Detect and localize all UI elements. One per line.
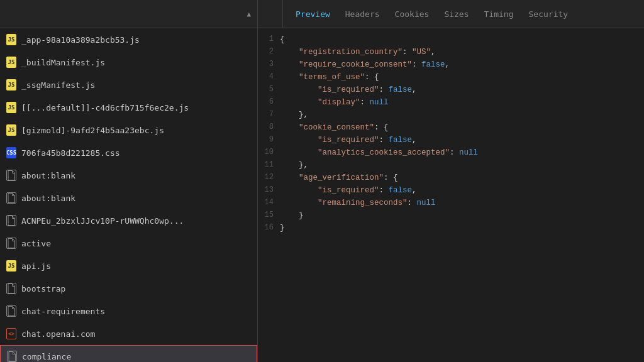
line-number: 10 [263, 146, 274, 159]
file-name-label: compliance [22, 352, 71, 361]
json-line: "is_required": false, [280, 84, 638, 96]
json-line: "is_required": false, [280, 134, 638, 146]
preview-panel: 12345678910111213141516 { "registration_… [258, 28, 644, 362]
list-item[interactable]: active [0, 232, 257, 255]
list-item[interactable]: compliance [0, 345, 257, 362]
line-number: 4 [263, 71, 274, 84]
list-item[interactable]: ACNPEu_2bzxlJJcv10P-rUWWQhc0wp... [0, 209, 257, 232]
line-number: 11 [263, 159, 274, 172]
file-type-icon: JS [6, 102, 16, 113]
tabs-area: Preview Headers Cookies Sizes Timing Sec… [283, 0, 580, 28]
json-line: "display": null [280, 96, 638, 109]
file-type-icon [6, 238, 16, 249]
file-name-label: about:blank [21, 171, 75, 180]
list-item[interactable]: about:blank [0, 164, 257, 187]
file-type-icon [6, 170, 16, 181]
json-line: "remaining_seconds": null [280, 197, 638, 209]
sort-icon: ▲ [247, 10, 251, 18]
json-line: "cookie_consent": { [280, 121, 638, 134]
file-name-label: api.js [21, 261, 51, 271]
file-name-label: chat-requirements [21, 307, 105, 316]
list-item[interactable]: JS_buildManifest.js [0, 51, 257, 74]
json-line: "registration_country": "US", [280, 46, 638, 58]
file-type-icon: JS [6, 34, 16, 45]
name-column-header: ▲ [0, 0, 258, 28]
line-number: 7 [263, 109, 274, 121]
list-item[interactable]: JS[[...default]]-c4d6cfb715f6ec2e.js [0, 96, 257, 119]
tab-cookies[interactable]: Cookies [389, 7, 436, 21]
list-item[interactable]: about:blank [0, 187, 257, 209]
json-line: "age_verification": { [280, 172, 638, 184]
file-name-label: _app-98a10a389a2bcb53.js [21, 35, 140, 45]
file-type-icon [6, 305, 16, 317]
line-number: 9 [263, 134, 274, 146]
file-name-label: active [21, 239, 51, 248]
file-type-icon: JS [6, 57, 16, 68]
file-type-icon [7, 351, 17, 362]
line-number: 2 [263, 46, 274, 58]
list-item[interactable]: JSapi.js [0, 255, 257, 277]
file-name-label: _buildManifest.js [21, 58, 105, 67]
list-item[interactable]: JS_app-98a10a389a2bcb53.js [0, 28, 257, 51]
tab-sizes[interactable]: Sizes [438, 7, 475, 21]
file-name-label: _ssgManifest.js [21, 80, 95, 90]
file-name-label: ACNPEu_2bzxlJJcv10P-rUWWQhc0wp... [21, 216, 184, 226]
tab-security[interactable]: Security [523, 7, 575, 21]
file-name-label: [[...default]]-c4d6cfb715f6ec2e.js [21, 103, 189, 112]
line-number: 6 [263, 96, 274, 109]
tab-preview[interactable]: Preview [289, 7, 336, 21]
tab-timing[interactable]: Timing [478, 7, 520, 21]
json-line: { [280, 33, 638, 46]
file-type-icon: JS [6, 124, 16, 136]
main-content: JS_app-98a10a389a2bcb53.jsJS_buildManife… [0, 28, 644, 362]
line-number: 3 [263, 58, 274, 71]
file-name-label: chat.openai.com [21, 329, 95, 339]
close-button[interactable] [258, 0, 283, 28]
file-type-icon: CSS [6, 147, 16, 158]
file-list: JS_app-98a10a389a2bcb53.jsJS_buildManife… [0, 28, 258, 362]
header-bar: ▲ Preview Headers Cookies Sizes Timing S… [0, 0, 644, 28]
file-type-icon [6, 215, 16, 226]
line-number: 14 [263, 197, 274, 209]
json-line: } [280, 209, 638, 222]
file-type-icon [6, 283, 16, 294]
file-type-icon: JS [6, 260, 16, 272]
line-number: 16 [263, 222, 274, 234]
line-number: 1 [263, 33, 274, 46]
file-name-label: [gizmold]-9afd2f4b5aa23ebc.js [21, 126, 164, 135]
file-name-label: about:blank [21, 194, 75, 203]
list-item[interactable]: chat-requirements [0, 300, 257, 322]
list-item[interactable]: JS_ssgManifest.js [0, 74, 257, 96]
json-content: { "registration_country": "US", "require… [280, 28, 644, 362]
list-item[interactable]: bootstrap [0, 277, 257, 300]
file-type-icon [6, 192, 16, 204]
file-type-icon: JS [6, 79, 16, 90]
json-line: }, [280, 159, 638, 172]
file-name-label: 706fa45b8d221285.css [21, 148, 120, 158]
line-number: 12 [263, 172, 274, 184]
list-item[interactable]: CSS706fa45b8d221285.css [0, 141, 257, 164]
line-number: 5 [263, 84, 274, 96]
json-line: "require_cookie_consent": false, [280, 58, 638, 71]
list-item[interactable]: JS[gizmold]-9afd2f4b5aa23ebc.js [0, 119, 257, 141]
json-line: "terms_of_use": { [280, 71, 638, 84]
json-line: "is_required": false, [280, 184, 638, 197]
file-name-label: bootstrap [21, 284, 65, 293]
json-line: } [280, 222, 638, 234]
file-type-icon: <> [6, 328, 16, 339]
json-line: "analytics_cookies_accepted": null [280, 146, 638, 159]
list-item[interactable]: <>chat.openai.com [0, 322, 257, 345]
line-number: 13 [263, 184, 274, 197]
json-line: }, [280, 109, 638, 121]
line-numbers: 12345678910111213141516 [258, 28, 280, 362]
tab-headers[interactable]: Headers [339, 7, 386, 21]
line-number: 8 [263, 121, 274, 134]
line-number: 15 [263, 209, 274, 222]
